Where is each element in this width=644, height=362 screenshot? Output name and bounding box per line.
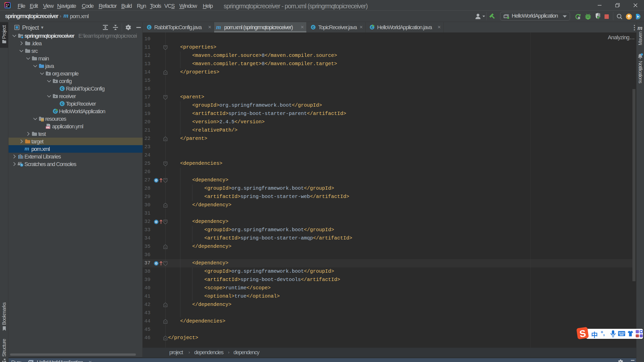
svg-text:C: C xyxy=(312,26,314,29)
svg-text:YML: YML xyxy=(46,127,50,129)
svg-text:C: C xyxy=(148,26,150,29)
svg-text:C: C xyxy=(61,87,63,91)
svg-text:C: C xyxy=(61,102,63,106)
